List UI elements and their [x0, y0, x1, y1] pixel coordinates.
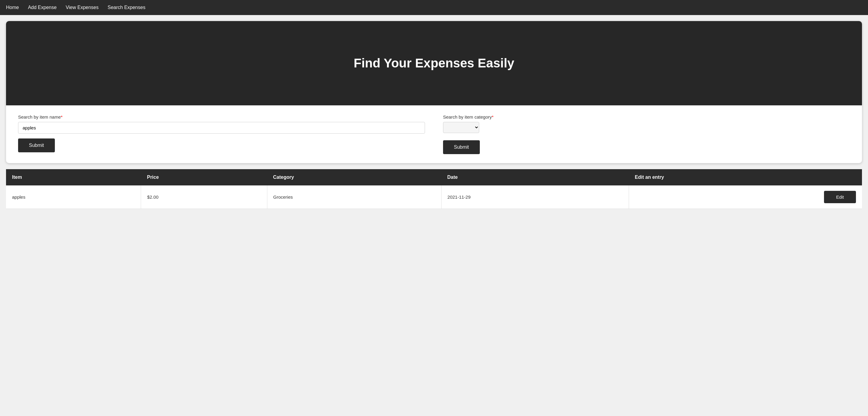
search-section: Search by item name* Submit Search by it…: [6, 105, 862, 163]
search-by-category-group: Search by item category* Groceries Food …: [443, 114, 850, 154]
main-container: Find Your Expenses Easily Search by item…: [0, 15, 868, 215]
search-by-name-label: Search by item name*: [18, 114, 425, 119]
search-name-submit-button[interactable]: Submit: [18, 138, 55, 152]
search-by-name-group: Search by item name* Submit: [18, 114, 425, 154]
table-header: Item Price Category Date Edit an entry: [6, 169, 862, 185]
cell-category: Groceries: [267, 185, 441, 209]
hero-banner: Find Your Expenses Easily: [6, 21, 862, 105]
nav-add-expense[interactable]: Add Expense: [28, 5, 57, 10]
edit-button[interactable]: Edit: [824, 191, 856, 203]
nav-view-expenses[interactable]: View Expenses: [66, 5, 98, 10]
results-table: Item Price Category Date Edit an entry a…: [6, 169, 862, 209]
search-name-input[interactable]: [18, 122, 425, 134]
nav-search-expenses[interactable]: Search Expenses: [107, 5, 145, 10]
search-category-submit-button[interactable]: Submit: [443, 140, 480, 154]
cell-edit: Edit: [629, 185, 862, 209]
col-edit: Edit an entry: [629, 169, 862, 185]
table-row: apples$2.00Groceries2021-11-29Edit: [6, 185, 862, 209]
cell-item: apples: [6, 185, 141, 209]
col-item: Item: [6, 169, 141, 185]
col-category: Category: [267, 169, 441, 185]
navbar: Home Add Expense View Expenses Search Ex…: [0, 0, 868, 15]
col-date: Date: [441, 169, 629, 185]
table-header-row: Item Price Category Date Edit an entry: [6, 169, 862, 185]
required-marker-name: *: [61, 114, 63, 119]
cell-price: $2.00: [141, 185, 267, 209]
hero-title: Find Your Expenses Easily: [354, 56, 515, 70]
col-price: Price: [141, 169, 267, 185]
cell-date: 2021-11-29: [441, 185, 629, 209]
search-card: Find Your Expenses Easily Search by item…: [6, 21, 862, 163]
required-marker-category: *: [492, 114, 494, 119]
search-by-category-label: Search by item category*: [443, 114, 850, 119]
search-category-select[interactable]: Groceries Food Transport Utilities Enter…: [443, 122, 479, 133]
table-body: apples$2.00Groceries2021-11-29Edit: [6, 185, 862, 209]
nav-home[interactable]: Home: [6, 5, 19, 10]
